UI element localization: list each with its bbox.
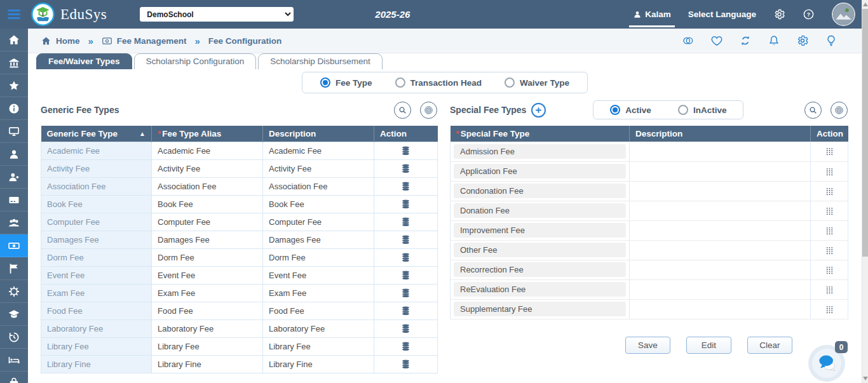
row-action-cell[interactable]	[811, 161, 848, 181]
grip-icon[interactable]	[825, 185, 834, 195]
database-icon[interactable]	[400, 252, 411, 262]
database-icon[interactable]	[400, 359, 411, 368]
special-fee-type-field[interactable]: Donation Fee	[454, 203, 626, 218]
database-icon[interactable]	[400, 288, 411, 297]
sidebar-item-staff[interactable]	[0, 212, 28, 234]
special-fee-type-field[interactable]: Admission Fee	[454, 144, 626, 159]
scrollbar-thumb[interactable]	[862, 9, 868, 257]
special-description-cell[interactable]	[630, 260, 811, 279]
generic-fee-type-cell[interactable]: Laboratory Fee	[41, 320, 152, 338]
fee-type-alias-cell[interactable]: Computer Fee	[152, 213, 263, 231]
fee-type-alias-cell[interactable]: Association Fee	[152, 178, 263, 196]
fee-type-alias-cell[interactable]: Library Fee	[152, 338, 263, 356]
fee-type-alias-cell[interactable]: Damages Fee	[152, 231, 263, 249]
sidebar-item-flag[interactable]	[0, 257, 28, 280]
toggle-icon[interactable]	[682, 34, 695, 47]
row-action-cell[interactable]	[811, 142, 848, 161]
row-action-cell[interactable]	[374, 213, 438, 231]
special-fee-type-cell[interactable]: Recorrection Fee	[451, 260, 630, 279]
chat-widget[interactable]: 0	[808, 345, 845, 382]
special-fee-type-cell[interactable]: Supplementary Fee	[451, 299, 630, 319]
fee-type-alias-cell[interactable]: Academic Fee	[152, 142, 263, 160]
radio-button-icon[interactable]	[505, 77, 515, 88]
fee-description-cell[interactable]: Book Fee	[263, 196, 374, 213]
generic-fee-type-cell[interactable]: Computer Fee	[41, 213, 152, 231]
database-icon[interactable]	[400, 270, 411, 279]
target-reset-icon[interactable]	[420, 102, 437, 119]
fee-type-radio-fee-type[interactable]: Fee Type	[320, 77, 372, 88]
row-action-cell[interactable]	[811, 220, 848, 240]
row-action-cell[interactable]	[374, 285, 438, 302]
breadcrumb-item-fee-configuration[interactable]: Fee Configuration	[208, 36, 282, 46]
grip-icon[interactable]	[825, 304, 834, 313]
user-avatar[interactable]	[832, 3, 855, 26]
fee-description-cell[interactable]: Library Fine	[263, 356, 374, 373]
col-special-fee-type[interactable]: *Special Fee Type	[451, 126, 630, 142]
database-icon[interactable]	[400, 217, 411, 226]
sidebar-item-institution[interactable]	[0, 51, 28, 74]
special-fee-type-field[interactable]: Application Fee	[454, 164, 626, 178]
fee-description-cell[interactable]: Dorm Fee	[263, 249, 374, 267]
special-fee-type-cell[interactable]: Other Fee	[451, 240, 630, 260]
fee-type-alias-cell[interactable]: Activity Fee	[152, 160, 263, 178]
sidebar-item-id-card[interactable]	[0, 189, 28, 212]
generic-fee-type-cell[interactable]: Activity Fee	[41, 160, 152, 178]
grip-icon[interactable]	[825, 225, 834, 234]
sidebar-item-student[interactable]	[0, 143, 28, 166]
special-description-cell[interactable]	[630, 161, 811, 181]
select-language-link[interactable]: Select Language	[688, 10, 756, 19]
row-action-cell[interactable]	[374, 320, 438, 338]
row-action-cell[interactable]	[374, 267, 438, 285]
row-action-cell[interactable]	[374, 231, 438, 249]
breadcrumb-item-home[interactable]: Home	[41, 36, 80, 46]
col-description[interactable]: Description	[263, 126, 374, 142]
settings-gear-icon[interactable]	[773, 8, 785, 20]
row-action-cell[interactable]	[374, 356, 438, 373]
generic-fee-type-cell[interactable]: Dorm Fee	[41, 249, 152, 267]
fee-type-alias-cell[interactable]: Event Fee	[152, 267, 263, 285]
row-action-cell[interactable]	[374, 142, 438, 160]
fee-description-cell[interactable]: Exam Fee	[263, 285, 374, 302]
special-fee-type-cell[interactable]: Condonation Fee	[451, 181, 630, 201]
special-description-cell[interactable]	[630, 142, 811, 161]
fee-description-cell[interactable]: Activity Fee	[263, 160, 374, 178]
cog-icon[interactable]	[796, 34, 809, 47]
row-action-cell[interactable]	[374, 160, 438, 178]
special-fee-type-field[interactable]: Improvement Fee	[454, 223, 626, 238]
row-action-cell[interactable]	[374, 196, 438, 213]
sidebar-item-settings[interactable]	[0, 280, 28, 303]
breadcrumb-item-fee-management[interactable]: Fee Management	[102, 36, 187, 46]
grip-icon[interactable]	[825, 205, 834, 215]
fee-description-cell[interactable]: Computer Fee	[263, 213, 374, 231]
generic-fee-type-cell[interactable]: Damages Fee	[41, 231, 152, 249]
scroll-up-icon[interactable]	[863, 3, 868, 6]
database-icon[interactable]	[400, 323, 411, 333]
refresh-icon[interactable]	[739, 34, 752, 47]
vertical-scrollbar[interactable]	[862, 0, 868, 383]
special-description-cell[interactable]	[630, 220, 811, 240]
clear-button[interactable]: Clear	[747, 337, 792, 354]
fee-type-alias-cell[interactable]: Food Fee	[152, 302, 263, 320]
sidebar-item-admission[interactable]	[0, 166, 28, 189]
sort-ascending-icon[interactable]: ▲	[139, 130, 146, 137]
generic-fee-type-cell[interactable]: Food Fee	[41, 302, 152, 320]
heart-icon[interactable]	[710, 34, 723, 47]
generic-fee-type-cell[interactable]: Association Fee	[41, 178, 152, 196]
school-select[interactable]: DemoSchool	[140, 7, 294, 22]
scroll-down-icon[interactable]	[863, 377, 868, 380]
status-radio-active[interactable]: Active	[610, 105, 651, 115]
col-generic-fee-type[interactable]: Generic Fee Type▲	[41, 126, 152, 142]
special-fee-type-field[interactable]: Condonation Fee	[454, 184, 626, 198]
fee-type-alias-cell[interactable]: Dorm Fee	[152, 249, 263, 267]
database-icon[interactable]	[400, 199, 411, 208]
grip-icon[interactable]	[825, 146, 834, 156]
special-fee-type-field[interactable]: Recorrection Fee	[454, 262, 626, 277]
row-action-cell[interactable]	[374, 302, 438, 320]
row-action-cell[interactable]	[811, 201, 848, 220]
edit-button[interactable]: Edit	[686, 337, 731, 354]
tab-scholarship-configuration[interactable]: Scholarship Configuration	[134, 53, 257, 69]
row-action-cell[interactable]	[374, 178, 438, 196]
row-action-cell[interactable]	[811, 181, 848, 201]
col-description[interactable]: Description	[630, 126, 811, 142]
radio-button-icon[interactable]	[320, 77, 330, 88]
